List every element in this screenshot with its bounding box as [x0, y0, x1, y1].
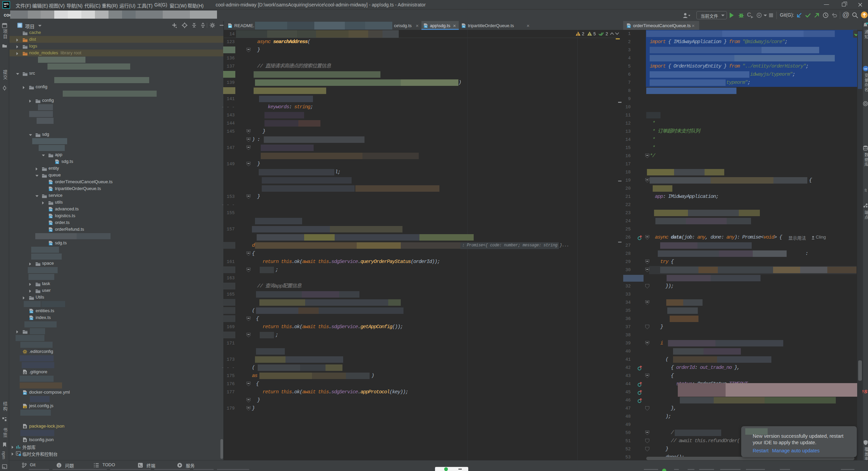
svg-text:TS: TS — [50, 189, 52, 191]
svg-text:TS: TS — [56, 162, 58, 164]
svg-text:DC: DC — [24, 393, 26, 395]
svg-text:TS: TS — [30, 318, 33, 320]
svg-text:var: var — [864, 68, 867, 70]
svg-text:MD: MD — [229, 26, 232, 28]
svg-text:TS: TS — [30, 311, 33, 313]
svg-text:TS: TS — [425, 26, 427, 28]
svg-text:TS: TS — [50, 209, 52, 211]
svg-text:TS: TS — [50, 182, 52, 184]
svg-text:i: i — [58, 463, 59, 467]
svg-text:TS: TS — [462, 26, 465, 28]
svg-text:JS: JS — [24, 406, 26, 408]
svg-text:TS: TS — [50, 223, 52, 225]
svg-text:!: ! — [589, 33, 590, 36]
svg-text:TS: TS — [50, 230, 52, 232]
svg-text:TS: TS — [50, 216, 52, 218]
svg-text:TS: TS — [50, 243, 52, 245]
svg-text:TS: TS — [628, 26, 630, 28]
